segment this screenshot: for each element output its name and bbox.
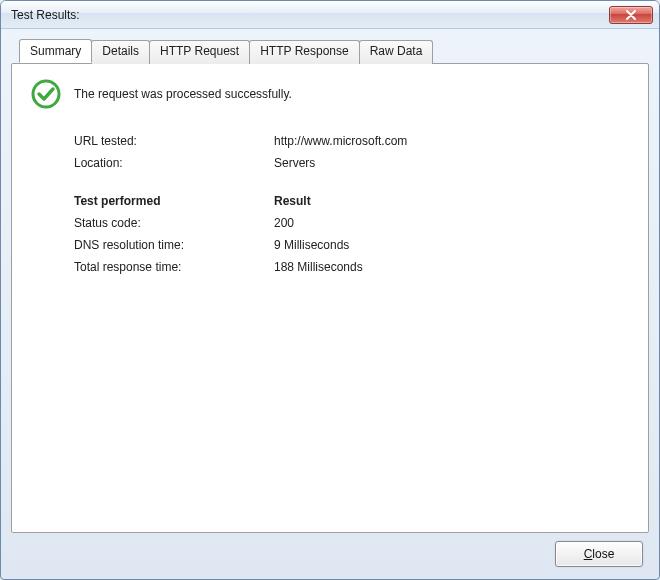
label-url-tested: URL tested: (74, 134, 274, 148)
close-button-rest: lose (592, 547, 614, 561)
tab-http-request[interactable]: HTTP Request (149, 40, 250, 64)
tab-panel-summary: The request was processed successfully. … (11, 63, 649, 533)
close-icon (625, 10, 637, 20)
value-status-code: 200 (274, 216, 630, 230)
label-location: Location: (74, 156, 274, 170)
value-location: Servers (274, 156, 630, 170)
label-dns-time: DNS resolution time: (74, 238, 274, 252)
tab-details[interactable]: Details (91, 40, 150, 64)
value-total-time: 188 Milliseconds (274, 260, 630, 274)
status-message: The request was processed successfully. (74, 87, 292, 101)
tab-strip: Summary Details HTTP Request HTTP Respon… (11, 39, 649, 63)
dialog-window: Test Results: Summary Details HTTP Reque… (0, 0, 660, 580)
tab-summary[interactable]: Summary (19, 39, 92, 63)
client-area: Summary Details HTTP Request HTTP Respon… (1, 29, 659, 579)
info-block: URL tested: http://www.microsoft.com Loc… (74, 134, 630, 170)
svg-point-0 (33, 81, 59, 107)
status-row: The request was processed successfully. (30, 78, 630, 110)
titlebar: Test Results: (1, 1, 659, 29)
header-result: Result (274, 194, 630, 208)
tab-raw-data[interactable]: Raw Data (359, 40, 434, 64)
tab-http-response[interactable]: HTTP Response (249, 40, 359, 64)
label-total-time: Total response time: (74, 260, 274, 274)
header-test-performed: Test performed (74, 194, 274, 208)
dialog-footer: Close (11, 533, 649, 571)
results-block: Test performed Result Status code: 200 D… (74, 194, 630, 274)
window-title: Test Results: (11, 8, 609, 22)
success-check-icon (30, 78, 62, 110)
label-status-code: Status code: (74, 216, 274, 230)
value-url-tested: http://www.microsoft.com (274, 134, 630, 148)
close-button[interactable]: Close (555, 541, 643, 567)
value-dns-time: 9 Milliseconds (274, 238, 630, 252)
window-close-button[interactable] (609, 6, 653, 24)
